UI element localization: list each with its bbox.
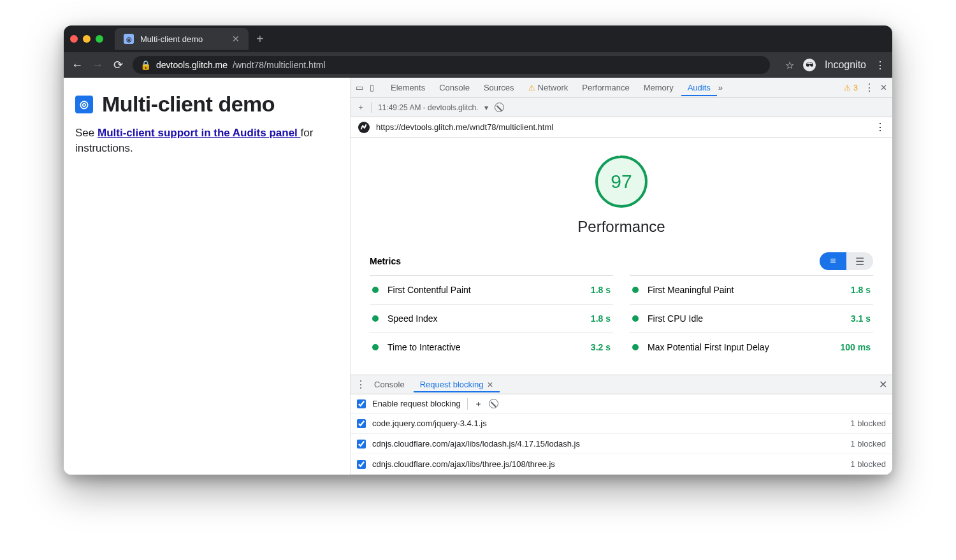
remove-all-patterns-icon[interactable] [489, 399, 498, 408]
pattern-checkbox[interactable] [357, 460, 366, 469]
metric-row: Speed Index1.8 s [370, 304, 613, 333]
pattern-checkbox[interactable] [357, 419, 366, 428]
devtools-drawer: ⋮ Console Request blocking✕ ✕ Enable req… [351, 375, 892, 475]
tab-elements[interactable]: Elements [384, 79, 431, 96]
close-window-icon[interactable] [70, 35, 78, 43]
enable-request-blocking-label: Enable request blocking [372, 399, 461, 408]
browser-toolbar: ← → ⟳ 🔒 devtools.glitch.me/wndt78/multic… [64, 52, 892, 78]
address-bar[interactable]: 🔒 devtools.glitch.me/wndt78/multiclient.… [133, 56, 770, 74]
status-dot-icon [372, 315, 379, 322]
favicon-icon: ◎ [124, 34, 134, 44]
metric-value: 1.8 s [591, 313, 611, 324]
enable-request-blocking-checkbox[interactable] [357, 399, 366, 408]
separator [467, 398, 468, 410]
tab-audits[interactable]: Audits [681, 79, 717, 96]
back-button[interactable]: ← [71, 59, 83, 72]
url-path: /wndt78/multiclient.html [233, 60, 326, 70]
drawer-menu-button[interactable]: ⋮ [356, 378, 365, 391]
blocked-pattern-row[interactable]: code.jquery.com/jquery-3.4.1.js1 blocked [351, 413, 892, 434]
tab-title: Multi-client demo [140, 34, 203, 44]
incognito-icon: 🕶 [803, 59, 816, 71]
audited-url: https://devtools.glitch.me/wndt78/multic… [376, 122, 553, 132]
devtools-panel: ▭ ▯ Elements Console Sources Network Per… [351, 78, 892, 475]
report-menu-button[interactable]: ⋮ [875, 121, 885, 133]
metric-value: 100 ms [841, 342, 871, 352]
blocked-pattern-row[interactable]: cdnjs.cloudflare.com/ajax/libs/lodash.js… [351, 434, 892, 454]
metric-name: Time to Interactive [387, 342, 461, 352]
lock-icon: 🔒 [140, 60, 151, 70]
drawer-close-icon[interactable]: ✕ [879, 378, 887, 391]
metric-name: First Meaningful Paint [648, 285, 734, 295]
dropdown-icon[interactable]: ▾ [484, 103, 488, 112]
pattern-checkbox[interactable] [357, 440, 366, 449]
device-toolbar-icon[interactable]: ▯ [370, 83, 374, 92]
tab-sources[interactable]: Sources [477, 79, 521, 96]
toggle-condensed-icon[interactable]: ≡ [820, 252, 846, 270]
audit-selector[interactable]: 11:49:25 AM - devtools.glitch. [378, 103, 478, 112]
audits-toolbar: ＋ 11:49:25 AM - devtools.glitch. ▾ [351, 98, 892, 117]
warnings-badge[interactable]: ⚠ 3 [844, 83, 858, 92]
pattern-count: 1 blocked [850, 459, 886, 469]
window-controls [70, 35, 103, 43]
status-dot-icon [372, 287, 379, 293]
blocked-patterns-list: code.jquery.com/jquery-3.4.1.js1 blocked… [351, 413, 892, 475]
close-drawer-tab-icon[interactable]: ✕ [487, 380, 493, 389]
clear-audits-icon[interactable] [495, 103, 504, 112]
category-title: Performance [577, 218, 665, 236]
toggle-expanded-icon[interactable]: ☰ [846, 252, 873, 270]
audit-report: 97 Performance Metrics ≡ ☰ First C [351, 138, 892, 375]
tab-strip: ◎ Multi-client demo ✕ + [64, 25, 892, 52]
metric-value: 3.1 s [851, 313, 871, 324]
browser-tab[interactable]: ◎ Multi-client demo ✕ [115, 28, 249, 50]
metrics-view-toggle[interactable]: ≡ ☰ [820, 252, 873, 270]
close-tab-icon[interactable]: ✕ [232, 34, 240, 44]
drawer-tab-console[interactable]: Console [368, 377, 411, 392]
more-tabs-icon[interactable]: » [718, 83, 723, 92]
minimize-window-icon[interactable] [83, 35, 91, 43]
tab-network[interactable]: Network [522, 79, 575, 96]
metric-name: Speed Index [387, 313, 438, 324]
metric-row: First Meaningful Paint1.8 s [630, 275, 873, 304]
reload-button[interactable]: ⟳ [112, 58, 124, 72]
drawer-tab-request-blocking[interactable]: Request blocking✕ [414, 377, 500, 392]
add-pattern-button[interactable]: ＋ [474, 398, 482, 410]
pattern-text: code.jquery.com/jquery-3.4.1.js [372, 419, 487, 428]
new-audit-button[interactable]: ＋ [357, 102, 365, 113]
pattern-count: 1 blocked [850, 419, 886, 428]
drawer-tabs: ⋮ Console Request blocking✕ ✕ [351, 375, 892, 394]
bookmark-icon[interactable]: ☆ [785, 59, 794, 71]
warnings-count: 3 [853, 83, 858, 92]
content-split: ◎ Multi-client demo See Multi-client sup… [64, 78, 892, 475]
metric-value: 1.8 s [851, 285, 871, 295]
devtools-settings-button[interactable]: ⋮ [864, 82, 874, 94]
performance-score: 97 [598, 158, 645, 205]
new-tab-button[interactable]: + [256, 32, 264, 47]
page-heading-row: ◎ Multi-client demo [75, 92, 338, 117]
status-dot-icon [632, 344, 639, 350]
maximize-window-icon[interactable] [96, 35, 103, 43]
audit-url-bar: 🗲 https://devtools.glitch.me/wndt78/mult… [351, 117, 892, 138]
page-heading: Multi-client demo [102, 92, 275, 117]
metric-value: 1.8 s [591, 285, 611, 295]
forward-button[interactable]: → [92, 59, 103, 72]
browser-menu-button[interactable]: ⋮ [875, 59, 885, 71]
status-dot-icon [632, 315, 639, 322]
drawer-tab-label: Request blocking [420, 380, 484, 389]
metric-name: First Contentful Paint [387, 285, 471, 295]
lighthouse-icon: 🗲 [358, 122, 370, 133]
devtools-close-icon[interactable]: ✕ [880, 83, 887, 92]
tab-performance[interactable]: Performance [576, 79, 635, 96]
browser-window: ◎ Multi-client demo ✕ + ← → ⟳ 🔒 devtools… [64, 25, 892, 475]
tab-memory[interactable]: Memory [637, 79, 680, 96]
inspect-element-icon[interactable]: ▭ [356, 83, 363, 92]
metric-value: 3.2 s [591, 342, 611, 352]
instructions-link[interactable]: Multi-client support in the Audits panel [98, 127, 301, 139]
blocked-pattern-row[interactable]: cdnjs.cloudflare.com/ajax/libs/three.js/… [351, 454, 892, 475]
tab-console[interactable]: Console [433, 79, 476, 96]
metric-row: Time to Interactive3.2 s [370, 333, 613, 361]
status-dot-icon [372, 344, 379, 350]
page-paragraph: See Multi-client support in the Audits p… [75, 126, 338, 156]
metric-name: First CPU Idle [648, 313, 703, 324]
incognito-label: Incognito [825, 59, 866, 71]
rendered-page: ◎ Multi-client demo See Multi-client sup… [64, 78, 351, 475]
